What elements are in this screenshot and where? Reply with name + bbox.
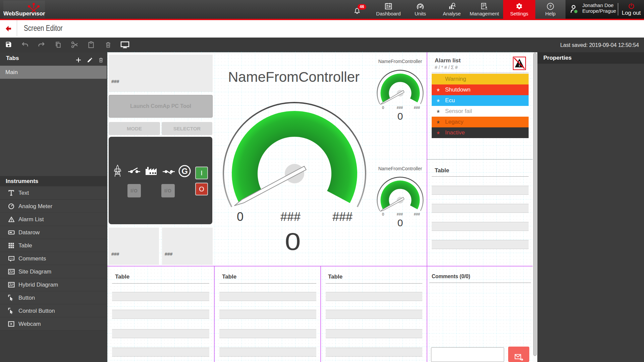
svg-text:?: ? bbox=[549, 4, 551, 8]
